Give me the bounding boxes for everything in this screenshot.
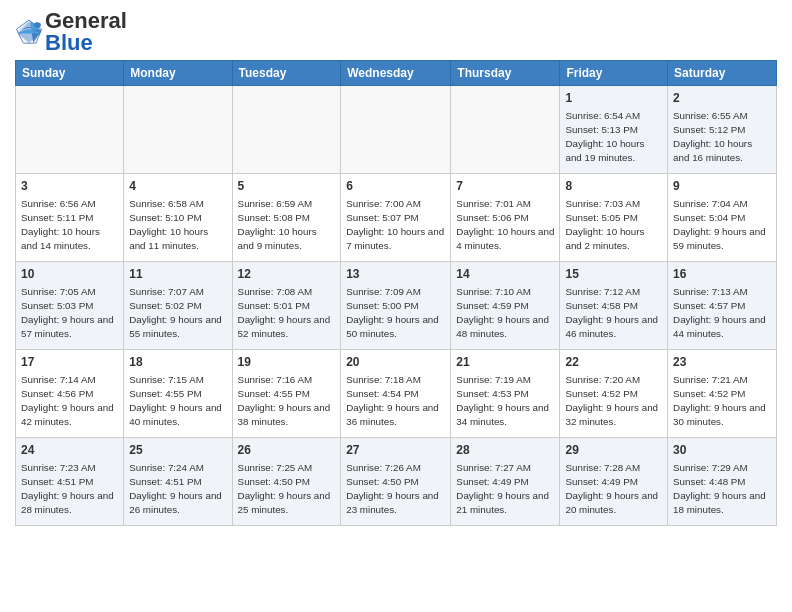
day-number: 26 [238,442,336,459]
day-info: Sunrise: 7:14 AM Sunset: 4:56 PM Dayligh… [21,373,118,430]
day-info: Sunrise: 7:12 AM Sunset: 4:58 PM Dayligh… [565,285,662,342]
day-info: Sunrise: 7:04 AM Sunset: 5:04 PM Dayligh… [673,197,771,254]
day-header-wednesday: Wednesday [341,61,451,86]
day-number: 5 [238,178,336,195]
day-cell: 16Sunrise: 7:13 AM Sunset: 4:57 PM Dayli… [668,262,777,350]
day-cell: 25Sunrise: 7:24 AM Sunset: 4:51 PM Dayli… [124,438,232,526]
day-info: Sunrise: 7:13 AM Sunset: 4:57 PM Dayligh… [673,285,771,342]
day-cell [341,86,451,174]
day-info: Sunrise: 7:15 AM Sunset: 4:55 PM Dayligh… [129,373,226,430]
day-info: Sunrise: 7:10 AM Sunset: 4:59 PM Dayligh… [456,285,554,342]
day-info: Sunrise: 7:00 AM Sunset: 5:07 PM Dayligh… [346,197,445,254]
day-number: 6 [346,178,445,195]
week-row-3: 10Sunrise: 7:05 AM Sunset: 5:03 PM Dayli… [16,262,777,350]
day-number: 30 [673,442,771,459]
day-number: 1 [565,90,662,107]
day-cell: 14Sunrise: 7:10 AM Sunset: 4:59 PM Dayli… [451,262,560,350]
day-info: Sunrise: 7:08 AM Sunset: 5:01 PM Dayligh… [238,285,336,342]
day-number: 21 [456,354,554,371]
day-number: 15 [565,266,662,283]
day-header-friday: Friday [560,61,668,86]
day-number: 17 [21,354,118,371]
day-number: 28 [456,442,554,459]
day-number: 10 [21,266,118,283]
day-cell: 19Sunrise: 7:16 AM Sunset: 4:55 PM Dayli… [232,350,341,438]
day-info: Sunrise: 7:18 AM Sunset: 4:54 PM Dayligh… [346,373,445,430]
day-info: Sunrise: 6:59 AM Sunset: 5:08 PM Dayligh… [238,197,336,254]
day-info: Sunrise: 7:27 AM Sunset: 4:49 PM Dayligh… [456,461,554,518]
day-cell: 18Sunrise: 7:15 AM Sunset: 4:55 PM Dayli… [124,350,232,438]
day-number: 14 [456,266,554,283]
day-info: Sunrise: 7:05 AM Sunset: 5:03 PM Dayligh… [21,285,118,342]
day-number: 3 [21,178,118,195]
day-number: 8 [565,178,662,195]
day-info: Sunrise: 7:28 AM Sunset: 4:49 PM Dayligh… [565,461,662,518]
day-cell: 13Sunrise: 7:09 AM Sunset: 5:00 PM Dayli… [341,262,451,350]
day-info: Sunrise: 7:20 AM Sunset: 4:52 PM Dayligh… [565,373,662,430]
logo-text: General Blue [45,10,127,54]
day-header-sunday: Sunday [16,61,124,86]
week-row-5: 24Sunrise: 7:23 AM Sunset: 4:51 PM Dayli… [16,438,777,526]
day-number: 20 [346,354,445,371]
day-cell: 10Sunrise: 7:05 AM Sunset: 5:03 PM Dayli… [16,262,124,350]
day-info: Sunrise: 7:26 AM Sunset: 4:50 PM Dayligh… [346,461,445,518]
calendar-body: 1Sunrise: 6:54 AM Sunset: 5:13 PM Daylig… [16,86,777,526]
day-info: Sunrise: 6:58 AM Sunset: 5:10 PM Dayligh… [129,197,226,254]
day-cell: 28Sunrise: 7:27 AM Sunset: 4:49 PM Dayli… [451,438,560,526]
day-cell: 27Sunrise: 7:26 AM Sunset: 4:50 PM Dayli… [341,438,451,526]
day-number: 7 [456,178,554,195]
day-header-thursday: Thursday [451,61,560,86]
day-info: Sunrise: 7:29 AM Sunset: 4:48 PM Dayligh… [673,461,771,518]
day-number: 22 [565,354,662,371]
logo: General Blue [15,10,127,54]
day-cell: 17Sunrise: 7:14 AM Sunset: 4:56 PM Dayli… [16,350,124,438]
day-cell: 15Sunrise: 7:12 AM Sunset: 4:58 PM Dayli… [560,262,668,350]
header: General Blue [15,10,777,54]
day-info: Sunrise: 7:24 AM Sunset: 4:51 PM Dayligh… [129,461,226,518]
day-info: Sunrise: 7:07 AM Sunset: 5:02 PM Dayligh… [129,285,226,342]
day-cell: 21Sunrise: 7:19 AM Sunset: 4:53 PM Dayli… [451,350,560,438]
day-number: 13 [346,266,445,283]
day-cell [16,86,124,174]
day-number: 9 [673,178,771,195]
day-cell: 12Sunrise: 7:08 AM Sunset: 5:01 PM Dayli… [232,262,341,350]
day-info: Sunrise: 7:21 AM Sunset: 4:52 PM Dayligh… [673,373,771,430]
day-cell: 7Sunrise: 7:01 AM Sunset: 5:06 PM Daylig… [451,174,560,262]
day-number: 24 [21,442,118,459]
logo-icon [15,18,43,46]
day-info: Sunrise: 7:16 AM Sunset: 4:55 PM Dayligh… [238,373,336,430]
day-info: Sunrise: 7:03 AM Sunset: 5:05 PM Dayligh… [565,197,662,254]
day-number: 4 [129,178,226,195]
day-cell: 5Sunrise: 6:59 AM Sunset: 5:08 PM Daylig… [232,174,341,262]
day-info: Sunrise: 7:23 AM Sunset: 4:51 PM Dayligh… [21,461,118,518]
week-row-1: 1Sunrise: 6:54 AM Sunset: 5:13 PM Daylig… [16,86,777,174]
week-row-4: 17Sunrise: 7:14 AM Sunset: 4:56 PM Dayli… [16,350,777,438]
day-cell: 9Sunrise: 7:04 AM Sunset: 5:04 PM Daylig… [668,174,777,262]
day-cell: 23Sunrise: 7:21 AM Sunset: 4:52 PM Dayli… [668,350,777,438]
day-cell [232,86,341,174]
day-cell [451,86,560,174]
day-header-tuesday: Tuesday [232,61,341,86]
day-cell: 30Sunrise: 7:29 AM Sunset: 4:48 PM Dayli… [668,438,777,526]
week-row-2: 3Sunrise: 6:56 AM Sunset: 5:11 PM Daylig… [16,174,777,262]
day-header-saturday: Saturday [668,61,777,86]
day-cell: 6Sunrise: 7:00 AM Sunset: 5:07 PM Daylig… [341,174,451,262]
day-number: 12 [238,266,336,283]
day-number: 25 [129,442,226,459]
day-header-monday: Monday [124,61,232,86]
day-number: 16 [673,266,771,283]
day-number: 19 [238,354,336,371]
day-info: Sunrise: 6:54 AM Sunset: 5:13 PM Dayligh… [565,109,662,166]
day-number: 2 [673,90,771,107]
calendar-header: SundayMondayTuesdayWednesdayThursdayFrid… [16,61,777,86]
day-cell: 2Sunrise: 6:55 AM Sunset: 5:12 PM Daylig… [668,86,777,174]
day-cell: 26Sunrise: 7:25 AM Sunset: 4:50 PM Dayli… [232,438,341,526]
day-info: Sunrise: 6:55 AM Sunset: 5:12 PM Dayligh… [673,109,771,166]
day-cell: 3Sunrise: 6:56 AM Sunset: 5:11 PM Daylig… [16,174,124,262]
page-container: General Blue SundayMondayTuesdayWednesda… [0,0,792,531]
header-row: SundayMondayTuesdayWednesdayThursdayFrid… [16,61,777,86]
day-cell: 1Sunrise: 6:54 AM Sunset: 5:13 PM Daylig… [560,86,668,174]
day-info: Sunrise: 7:25 AM Sunset: 4:50 PM Dayligh… [238,461,336,518]
day-number: 23 [673,354,771,371]
day-number: 29 [565,442,662,459]
